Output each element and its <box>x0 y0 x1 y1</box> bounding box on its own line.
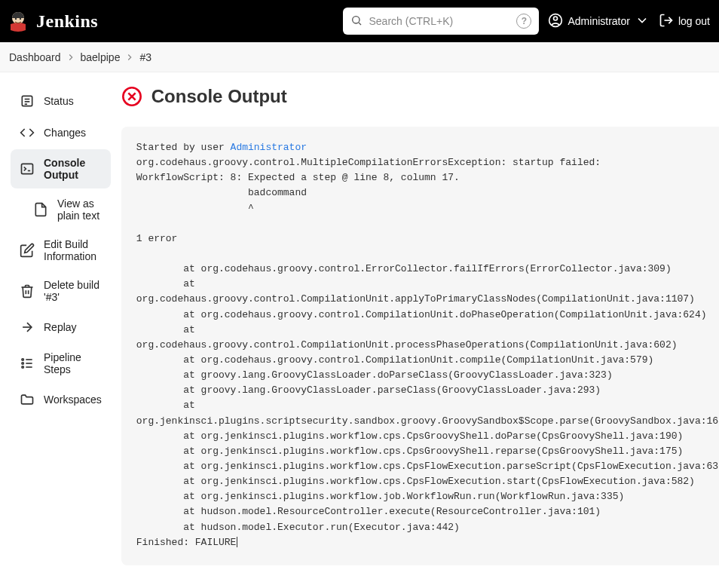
chevron-right-icon <box>124 52 135 63</box>
console-output[interactable]: Started by user Administrator org.codeha… <box>121 127 719 565</box>
svg-point-16 <box>22 363 24 365</box>
user-menu[interactable]: Administrator <box>548 13 649 30</box>
sidebar-item-status[interactable]: Status <box>11 86 111 116</box>
svg-point-3 <box>353 16 360 23</box>
sidebar-item-view-plain-text[interactable]: View as plain text <box>11 190 111 229</box>
terminal-icon <box>20 161 35 176</box>
sidebar-item-label: Status <box>44 95 74 107</box>
status-icon <box>20 93 35 109</box>
replay-icon <box>20 320 35 335</box>
search-input[interactable] <box>369 15 510 27</box>
user-icon <box>548 13 563 30</box>
sidebar: Status Changes Console Output View as pl… <box>0 72 117 588</box>
trash-icon <box>20 283 35 299</box>
title-row: Console Output <box>121 86 719 107</box>
changes-icon <box>20 125 35 140</box>
console-body: org.codehaus.groovy.control.MultipleComp… <box>136 157 719 548</box>
svg-line-4 <box>360 23 362 25</box>
chevron-right-icon <box>66 52 76 63</box>
svg-point-6 <box>554 17 558 20</box>
edit-icon <box>20 243 35 258</box>
sidebar-item-delete-build[interactable]: Delete build '#3' <box>11 271 111 311</box>
main-layout: Status Changes Console Output View as pl… <box>0 72 719 588</box>
breadcrumb-item[interactable]: Dashboard <box>9 51 61 63</box>
help-icon[interactable]: ? <box>516 14 531 29</box>
sidebar-item-label: View as plain text <box>57 198 102 222</box>
brand-name: Jenkins <box>36 11 98 32</box>
svg-point-2 <box>20 18 21 20</box>
svg-rect-12 <box>22 164 33 173</box>
sidebar-item-label: Delete build '#3' <box>44 279 102 303</box>
sidebar-item-label: Workspaces <box>44 394 102 406</box>
sidebar-item-label: Edit Build Information <box>44 238 102 262</box>
sidebar-item-changes[interactable]: Changes <box>11 118 111 148</box>
sidebar-item-edit-build[interactable]: Edit Build Information <box>11 231 111 270</box>
sidebar-item-console-output[interactable]: Console Output <box>11 149 111 188</box>
sidebar-item-label: Replay <box>44 321 77 333</box>
sidebar-item-workspaces[interactable]: Workspaces <box>11 384 111 415</box>
sidebar-item-pipeline-steps[interactable]: Pipeline Steps <box>11 344 111 383</box>
top-header: Jenkins ? Administrator log out <box>0 0 719 42</box>
steps-icon <box>20 356 35 371</box>
search-icon <box>350 14 363 29</box>
jenkins-logo-icon <box>6 9 30 33</box>
breadcrumb-item[interactable]: #3 <box>139 51 151 63</box>
sidebar-item-label: Changes <box>44 127 86 139</box>
folder-icon <box>20 392 35 407</box>
text-cursor <box>237 537 237 547</box>
document-icon <box>33 202 48 217</box>
logout-button[interactable]: log out <box>659 13 710 30</box>
sidebar-item-label: Pipeline Steps <box>44 351 102 375</box>
svg-point-17 <box>22 366 24 369</box>
failure-icon <box>121 86 142 107</box>
page-title: Console Output <box>151 86 287 107</box>
logout-label: log out <box>678 15 710 27</box>
search-box[interactable]: ? <box>343 8 539 35</box>
console-prefix: Started by user <box>136 142 231 153</box>
svg-point-1 <box>15 18 17 20</box>
main-content: Console Output Started by user Administr… <box>117 72 719 588</box>
logout-icon <box>659 13 674 30</box>
breadcrumb-item[interactable]: baelpipe <box>81 51 121 63</box>
sidebar-item-label: Console Output <box>44 157 102 181</box>
user-label: Administrator <box>568 15 629 27</box>
brand[interactable]: Jenkins <box>6 9 98 33</box>
svg-point-15 <box>22 359 24 361</box>
console-user-link[interactable]: Administrator <box>231 142 307 153</box>
breadcrumb: Dashboard baelpipe #3 <box>0 42 719 72</box>
sidebar-item-replay[interactable]: Replay <box>11 312 111 342</box>
chevron-down-icon <box>635 13 650 30</box>
